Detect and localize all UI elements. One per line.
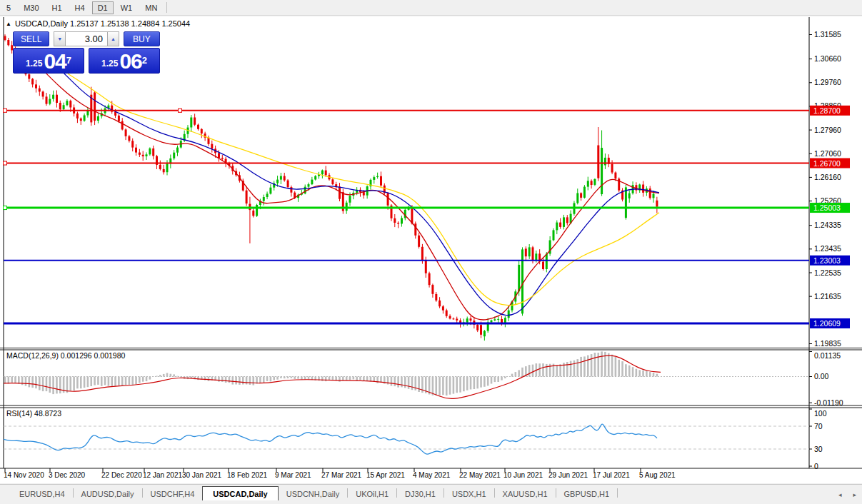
- svg-text:1.25003: 1.25003: [813, 203, 841, 212]
- svg-text:1.26700: 1.26700: [813, 159, 841, 168]
- svg-text:1.30660: 1.30660: [814, 54, 841, 63]
- svg-text:22 Dec 2020: 22 Dec 2020: [101, 471, 142, 479]
- svg-text:5 Aug 2021: 5 Aug 2021: [639, 471, 676, 479]
- rsi-label: RSI(14) 48.8723: [6, 409, 61, 418]
- hline-handle[interactable]: [4, 109, 7, 112]
- svg-text:0.01135: 0.01135: [814, 351, 841, 360]
- chart-frames: [0, 16, 862, 483]
- svg-text:-0.01190: -0.01190: [814, 398, 843, 407]
- timeframe-button-h1[interactable]: H1: [46, 1, 68, 14]
- ask-price-pip: 2: [142, 50, 147, 71]
- timeframe-toolbar: 5M30H1H4D1W1MN: [0, 0, 862, 16]
- price-chart-canvas[interactable]: 1.315851.306601.297601.288601.279601.270…: [0, 0, 862, 504]
- macd-label: MACD(12,26,9) 0.001296 0.001980: [6, 351, 126, 360]
- timeframe-button-h4[interactable]: H4: [69, 1, 91, 14]
- svg-text:1.23435: 1.23435: [814, 244, 841, 253]
- bid-price-main: 04: [44, 51, 66, 71]
- hline-handle[interactable]: [4, 161, 7, 165]
- svg-text:15 Apr 2021: 15 Apr 2021: [366, 471, 405, 479]
- tab-usdcad-daily[interactable]: USDCAD,Daily: [202, 486, 278, 502]
- chart-title: ▲USDCAD,Daily 1.25137 1.25138 1.24884 1.…: [6, 19, 190, 28]
- volume-input[interactable]: [66, 31, 107, 46]
- timeframe-button-w1[interactable]: W1: [115, 1, 139, 14]
- tab-gbpusd-h1[interactable]: GBPUSD,H1: [556, 487, 618, 501]
- tab-eurusd-h4[interactable]: EURUSD,H4: [11, 487, 73, 501]
- collapse-arrow-icon[interactable]: ▲: [6, 21, 11, 27]
- trading-platform-window: { "toolbar": { "timeframes": ["5", "M30"…: [0, 0, 862, 504]
- svg-text:1.24335: 1.24335: [814, 221, 841, 229]
- svg-text:1.29760: 1.29760: [814, 78, 841, 86]
- tab-usdx-h1[interactable]: USDX,H1: [444, 487, 494, 501]
- hline-handle[interactable]: [179, 109, 182, 112]
- svg-text:1.19835: 1.19835: [814, 339, 841, 348]
- tab-scroll-right-button[interactable]: ▸: [847, 488, 862, 501]
- svg-text:70: 70: [814, 422, 823, 430]
- svg-text:0.00: 0.00: [814, 372, 829, 380]
- tab-scroll-left-button[interactable]: ◂: [833, 488, 848, 501]
- timeframe-button-d1[interactable]: D1: [92, 1, 114, 14]
- tab-ukoil-h1[interactable]: UKOil,H1: [348, 487, 396, 501]
- tab-usdcnh-daily[interactable]: USDCNH,Daily: [279, 487, 348, 501]
- bid-price-prefix: 1.25: [26, 56, 42, 71]
- svg-text:1.22535: 1.22535: [814, 268, 841, 277]
- chart-ohlc-values: 1.25137 1.25138 1.24884 1.25044: [70, 19, 190, 28]
- svg-text:29 Jun 2021: 29 Jun 2021: [548, 471, 588, 479]
- tab-separator: [617, 488, 618, 498]
- svg-text:1.21635: 1.21635: [814, 292, 841, 301]
- volume-increase-button[interactable]: ▲: [107, 31, 119, 46]
- svg-text:1.20609: 1.20609: [813, 319, 841, 328]
- svg-text:1.28700: 1.28700: [813, 106, 841, 115]
- hline-handle[interactable]: [4, 206, 7, 210]
- svg-text:12 Jan 2021: 12 Jan 2021: [143, 471, 182, 479]
- svg-text:4 May 2021: 4 May 2021: [413, 471, 451, 479]
- timeframe-button-mn[interactable]: MN: [139, 1, 163, 14]
- ask-price-main: 06: [119, 51, 141, 71]
- svg-text:10 Jun 2021: 10 Jun 2021: [503, 471, 543, 479]
- one-click-trade-panel: SELL ▼ ▲ BUY 1.25 04 7 1.25 06 2: [13, 31, 160, 74]
- bid-price-pip: 7: [66, 50, 71, 71]
- svg-text:30 Jan 2021: 30 Jan 2021: [182, 471, 221, 479]
- svg-text:14 Nov 2020: 14 Nov 2020: [4, 471, 44, 479]
- svg-text:18 Feb 2021: 18 Feb 2021: [227, 471, 268, 479]
- timeframe-button-m30[interactable]: M30: [18, 1, 44, 14]
- tab-xauusd-h1[interactable]: XAUUSD,H1: [495, 487, 556, 501]
- toolbar-separator: [166, 2, 167, 13]
- svg-text:27 Mar 2021: 27 Mar 2021: [321, 471, 362, 479]
- svg-text:9 Mar 2021: 9 Mar 2021: [275, 471, 311, 479]
- buy-button[interactable]: BUY: [124, 31, 160, 46]
- svg-text:1.27060: 1.27060: [814, 149, 841, 158]
- sell-button[interactable]: SELL: [13, 31, 49, 46]
- svg-text:1.31585: 1.31585: [814, 30, 841, 39]
- svg-text:17 Jul 2021: 17 Jul 2021: [593, 471, 630, 479]
- svg-text:30: 30: [814, 445, 823, 453]
- svg-text:1.26160: 1.26160: [814, 173, 841, 181]
- tab-dj30-h1[interactable]: DJ30,H1: [397, 487, 443, 501]
- bid-price-display[interactable]: 1.25 04 7: [13, 48, 84, 74]
- svg-text:22 May 2021: 22 May 2021: [459, 471, 501, 479]
- tab-usdchf-h4[interactable]: USDCHF,H4: [143, 487, 203, 501]
- tab-audusd-daily[interactable]: AUDUSD,Daily: [74, 487, 142, 501]
- ask-price-prefix: 1.25: [101, 56, 118, 71]
- svg-text:0: 0: [814, 462, 818, 470]
- ask-price-display[interactable]: 1.25 06 2: [89, 48, 160, 74]
- symbol-tab-bar: EURUSD,H4AUDUSD,DailyUSDCHF,H4USDCAD,Dai…: [0, 484, 862, 501]
- svg-text:3 Dec 2020: 3 Dec 2020: [49, 471, 86, 479]
- volume-decrease-button[interactable]: ▼: [54, 31, 66, 46]
- chart-symbol-label: USDCAD,Daily: [15, 19, 68, 28]
- window-bottom-strip: [0, 500, 862, 504]
- svg-text:1.27960: 1.27960: [814, 126, 841, 134]
- svg-text:100: 100: [814, 409, 827, 418]
- svg-text:1.23003: 1.23003: [813, 256, 841, 265]
- timeframe-button-5[interactable]: 5: [1, 1, 16, 14]
